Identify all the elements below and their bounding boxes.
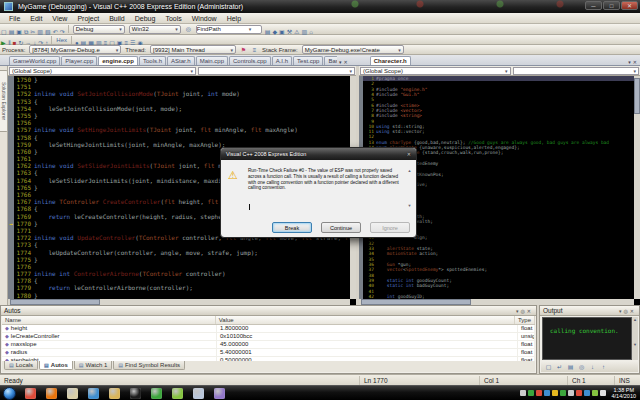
notepad-icon[interactable]: [67, 388, 78, 399]
tray-icon[interactable]: [560, 390, 566, 396]
panel-tab-find-symbol-results[interactable]: ▤Find Symbol Results: [113, 361, 185, 370]
dialog-titlebar[interactable]: Visual C++ 2008 Express Edition ✕: [221, 148, 416, 160]
document-app-icon[interactable]: [193, 388, 204, 399]
autos-row[interactable]: ◆radius5.40000001float: [2, 349, 535, 357]
minimize-button[interactable]: ─: [585, 1, 602, 10]
window-titlebar[interactable]: MyGame (Debugging) - Visual C++ 2008 Exp…: [0, 0, 640, 13]
tab-charecter-h[interactable]: Charecter.h: [370, 56, 411, 65]
tab-astar-h[interactable]: AStar.h: [167, 56, 195, 65]
tab-controls-cpp[interactable]: Controls.cpp: [229, 56, 271, 65]
maximize-button[interactable]: □: [603, 1, 620, 10]
stack-frame-combo[interactable]: MyGame-Debug.exe!Create▾: [302, 45, 404, 54]
menu-window[interactable]: Window: [187, 15, 222, 22]
next-message-icon[interactable]: ↓: [588, 363, 597, 371]
prev-message-icon[interactable]: ↑: [599, 363, 608, 371]
chevron-down-icon: ▾: [398, 47, 401, 53]
member-combo[interactable]: ▾: [513, 67, 639, 75]
taskbar-clock[interactable]: 1:38 PM4/14/2010: [612, 387, 636, 399]
tray-icon[interactable]: [528, 390, 534, 396]
menu-help[interactable]: Help: [222, 15, 246, 22]
output-panel-titlebar[interactable]: Output ▾◎✕: [540, 306, 639, 316]
vertical-scrollbar[interactable]: [634, 76, 640, 299]
panel-tab-autos[interactable]: ▤Autos: [39, 361, 73, 370]
tab-a-i-h[interactable]: A.I.h: [272, 56, 292, 65]
tray-icon[interactable]: [576, 390, 582, 396]
find-combo[interactable]: ▾: [196, 25, 262, 34]
line-number: 1768: [14, 205, 34, 212]
clear-all-icon[interactable]: ▢: [544, 363, 553, 371]
menu-tools[interactable]: Tools: [160, 15, 186, 22]
start-button[interactable]: [3, 387, 16, 400]
menu-debug[interactable]: Debug: [130, 15, 161, 22]
thread-combo[interactable]: [9932] Main Thread▾: [150, 45, 236, 54]
tray-icon[interactable]: [600, 390, 606, 396]
autos-panel-titlebar[interactable]: Autos ▾◎✕: [1, 306, 536, 316]
scope-combo[interactable]: (Global Scope)▾: [9, 67, 196, 75]
lime-app-icon[interactable]: [172, 388, 183, 399]
line-number: 1776: [14, 263, 34, 270]
tray-icon[interactable]: [536, 390, 542, 396]
green-app-icon[interactable]: [151, 388, 162, 399]
tab-scroll-down-icon[interactable]: ▾: [628, 59, 631, 65]
tray-icon[interactable]: [544, 390, 550, 396]
tray-icon[interactable]: [568, 390, 574, 396]
find-input[interactable]: [197, 26, 249, 32]
break-button[interactable]: Break: [272, 222, 312, 233]
autos-column-name[interactable]: Name: [2, 316, 216, 324]
autos-column-value[interactable]: Value: [216, 316, 515, 324]
autos-row[interactable]: ◆maxslope45.000000float: [2, 341, 535, 349]
tab-tools-h[interactable]: Tools.h: [139, 56, 166, 65]
tab-close-icon[interactable]: ✕: [344, 59, 348, 65]
hex-toggle[interactable]: Hex: [56, 37, 67, 43]
word-wrap-icon[interactable]: ↵: [555, 363, 564, 371]
panel-tab-icon: ▤: [79, 362, 84, 368]
autos-row[interactable]: ◆height1.8000000float: [2, 325, 535, 333]
firefox-icon[interactable]: [46, 388, 57, 399]
console-icon[interactable]: [130, 388, 141, 399]
menu-project[interactable]: Project: [72, 15, 104, 22]
tab-base-enemy-h[interactable]: Base Enemy.h: [324, 56, 337, 65]
tray-icon[interactable]: [520, 390, 526, 396]
folder-icon[interactable]: [109, 388, 120, 399]
media-player-icon[interactable]: [88, 388, 99, 399]
show-output-icon[interactable]: ▤: [566, 363, 575, 371]
close-icon[interactable]: ✕: [527, 308, 533, 314]
tab-close-icon[interactable]: ✕: [633, 59, 637, 65]
chevron-down-icon: ▾: [633, 68, 636, 74]
autos-column-type[interactable]: Type: [515, 316, 535, 324]
vertical-scrollbar[interactable]: ▲▼: [632, 317, 638, 360]
tray-icon[interactable]: [584, 390, 590, 396]
tab-engine-cpp[interactable]: engine.cpp: [98, 56, 138, 65]
line-number: 1760: [14, 148, 34, 155]
continue-button[interactable]: Continue: [321, 222, 361, 233]
tab-main-cpp[interactable]: Main.cpp: [196, 56, 228, 65]
dialog-scrollbar[interactable]: ▲▼: [406, 168, 413, 216]
autos-row[interactable]: ◆leCreateController0x10100bccunsigned: [2, 333, 535, 341]
close-icon[interactable]: ✕: [630, 308, 636, 314]
output-text-area[interactable]: calling convention.: [542, 317, 632, 360]
status-message: Ready: [0, 377, 359, 384]
menu-build[interactable]: Build: [104, 15, 130, 22]
chrome-icon[interactable]: [25, 388, 36, 399]
tray-icon[interactable]: [552, 390, 558, 396]
flag-icon[interactable]: ⚑: [239, 46, 248, 54]
process-combo[interactable]: [8784] MyGame-Debug.e▾: [29, 45, 121, 54]
panel-tab-locals[interactable]: ▤Locals: [4, 361, 38, 370]
y-tool-icon[interactable]: [214, 388, 225, 399]
panel-tab-watch-1[interactable]: ▤Watch 1: [74, 361, 113, 370]
tab-gameworld-cpp[interactable]: GameWorld.cpp: [9, 56, 60, 65]
pin-icon[interactable]: ◎: [577, 363, 586, 371]
close-button[interactable]: ✕: [621, 1, 638, 10]
tab-scroll-down-icon[interactable]: ▾: [339, 59, 342, 65]
tab-test-cpp[interactable]: Test.cpp: [293, 56, 323, 65]
dialog-close-icon[interactable]: ✕: [407, 151, 411, 157]
scope-combo[interactable]: (Global Scope)▾: [360, 67, 511, 75]
tray-icon[interactable]: [592, 390, 598, 396]
code-line: 1756: [8, 119, 350, 126]
solution-explorer-autohide-tab[interactable]: Solution Explorer: [0, 70, 8, 132]
variable-icon: ◆: [5, 341, 9, 347]
tab-player-cpp[interactable]: Player.cpp: [61, 56, 97, 65]
list-icon[interactable]: ≡: [250, 46, 259, 54]
member-combo[interactable]: ▾: [198, 67, 355, 75]
navigation-bar: (Global Scope)▾ ▾: [8, 66, 356, 76]
